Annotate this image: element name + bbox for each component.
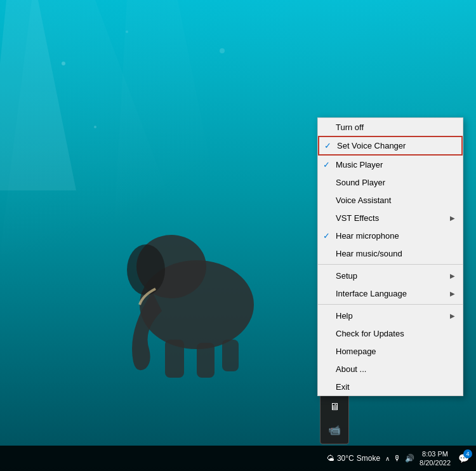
- menu-label-voice-assistant: Voice Assistant: [336, 196, 455, 205]
- menu-separator: [318, 304, 463, 305]
- check-icon-music-player: ✓: [323, 160, 336, 169]
- menu-item-exit[interactable]: Exit: [318, 378, 463, 395]
- temperature: 30°C: [337, 454, 354, 463]
- tray-sidebar-icon-3[interactable]: 📹: [324, 420, 345, 440]
- svg-rect-12: [222, 340, 239, 371]
- menu-label-set-voice-changer: Set Voice Changer: [337, 141, 454, 150]
- menu-label-exit: Exit: [336, 382, 455, 392]
- menu-separator: [318, 264, 463, 265]
- clock[interactable]: 8:03 PM 8/20/2022: [420, 449, 451, 468]
- menu-item-hear-music-sound[interactable]: Hear music/sound: [318, 244, 463, 262]
- volume-icon[interactable]: 🔊: [405, 454, 414, 463]
- menu-item-setup[interactable]: Setup▶: [318, 267, 463, 284]
- menu-item-vst-effects[interactable]: VST Effects▶: [318, 209, 463, 227]
- arrow-icon-help: ▶: [450, 312, 455, 319]
- arrow-icon-vst-effects: ▶: [450, 215, 455, 222]
- mic-icon: 🎙: [393, 454, 401, 463]
- menu-label-setup: Setup: [336, 271, 450, 281]
- tray-chevron[interactable]: ∧: [385, 455, 390, 462]
- svg-point-4: [62, 62, 65, 65]
- notification-center[interactable]: 💬 4: [456, 451, 471, 466]
- menu-item-homepage[interactable]: Homepage: [318, 342, 463, 360]
- menu-label-about: About ...: [336, 364, 455, 374]
- svg-point-5: [126, 30, 128, 33]
- menu-item-voice-assistant[interactable]: Voice Assistant: [318, 191, 463, 209]
- menu-label-music-player: Music Player: [336, 160, 455, 169]
- menu-item-music-player[interactable]: ✓Music Player: [318, 156, 463, 173]
- svg-rect-10: [165, 340, 184, 378]
- menu-item-sound-player[interactable]: Sound Player: [318, 173, 463, 191]
- menu-item-turn-off[interactable]: Turn off: [318, 118, 463, 136]
- weather-icon: 🌤: [327, 454, 334, 463]
- menu-label-vst-effects: VST Effects: [336, 213, 450, 223]
- menu-label-hear-music-sound: Hear music/sound: [336, 249, 455, 258]
- menu-item-interface-language[interactable]: Interface Language▶: [318, 284, 463, 302]
- check-icon-set-voice-changer: ✓: [324, 141, 337, 150]
- menu-item-set-voice-changer[interactable]: ✓Set Voice Changer: [318, 136, 463, 156]
- menu-label-homepage: Homepage: [336, 347, 455, 356]
- taskbar-right: 🌤 30°C Smoke ∧ 🎙 🔊 8:03 PM 8/20/2022 💬 4: [327, 449, 471, 468]
- svg-rect-11: [197, 343, 215, 378]
- arrow-icon-interface-language: ▶: [450, 290, 455, 297]
- weather-condition: Smoke: [357, 454, 380, 463]
- menu-item-check-for-updates[interactable]: Check for Updates: [318, 324, 463, 342]
- notification-count: 4: [463, 449, 472, 458]
- context-menu: Turn off✓Set Voice Changer✓Music PlayerS…: [317, 117, 463, 396]
- check-icon-hear-microphone: ✓: [323, 231, 336, 241]
- taskbar: 🌤 30°C Smoke ∧ 🎙 🔊 8:03 PM 8/20/2022 💬 4: [0, 446, 476, 471]
- menu-label-sound-player: Sound Player: [336, 178, 455, 187]
- menu-item-help[interactable]: Help▶: [318, 307, 463, 324]
- menu-label-check-for-updates: Check for Updates: [336, 329, 455, 338]
- menu-label-hear-microphone: Hear microphone: [336, 231, 455, 241]
- menu-item-hear-microphone[interactable]: ✓Hear microphone: [318, 227, 463, 244]
- menu-label-turn-off: Turn off: [336, 123, 455, 132]
- svg-point-6: [220, 48, 225, 53]
- tray-sidebar-icon-2[interactable]: 🖥: [324, 397, 345, 417]
- time-display: 8:03 PM: [422, 449, 448, 458]
- arrow-icon-setup: ▶: [450, 272, 455, 279]
- menu-label-help: Help: [336, 311, 450, 321]
- svg-point-13: [127, 244, 165, 295]
- date-display: 8/20/2022: [420, 458, 451, 467]
- svg-point-7: [94, 126, 96, 128]
- weather-info: 🌤 30°C Smoke: [327, 454, 380, 463]
- system-tray: ∧ 🎙 🔊: [385, 454, 414, 463]
- menu-label-interface-language: Interface Language: [336, 289, 450, 298]
- menu-item-about[interactable]: About ...: [318, 360, 463, 378]
